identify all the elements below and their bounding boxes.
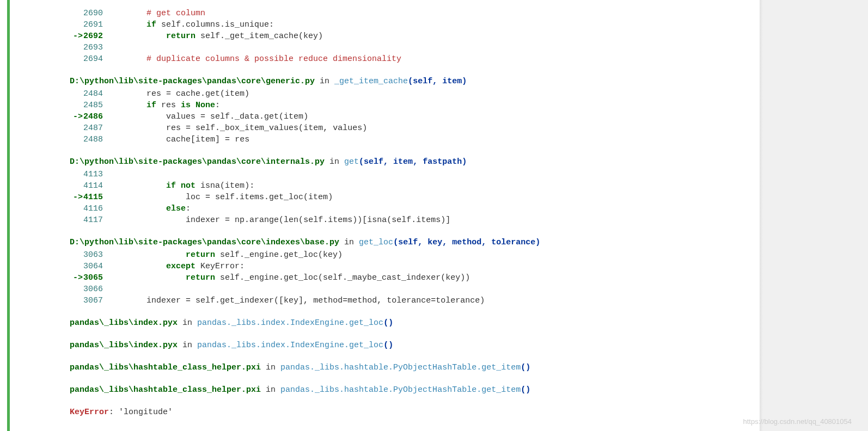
container-shadow [760,0,763,431]
frame-args: (self, key, method, tolerance) [393,238,540,247]
line-number: 2690 [83,8,107,19]
frame-path: D:\python\lib\site-packages\pandas\core\… [70,238,339,247]
code-text: res = cache.get(item) [107,88,749,100]
code-text [107,169,749,180]
code-text: return self._engine.get_loc(key) [107,249,749,261]
code-text: # get column [107,8,749,19]
arrow-indicator [70,134,83,145]
frame-path: D:\python\lib\site-packages\pandas\core\… [70,77,315,86]
code-text: indexer = np.arange(len(self.items))[isn… [107,214,749,226]
simple-frame: pandas\_libs\index.pyx in pandas._libs.i… [70,340,749,351]
line-number: 2488 [83,134,107,145]
code-line: 2690 # get column [70,8,749,19]
code-line: 2691 if self.columns.is_unique: [70,19,749,30]
arrow-indicator: -> [70,272,83,284]
simple-frame: pandas\_libs\index.pyx in pandas._libs.i… [70,317,749,329]
code-line: 2484 res = cache.get(item) [70,88,749,100]
arrow-indicator [70,8,83,19]
arrow-indicator [70,100,83,111]
frame-args: () [521,363,530,372]
arrow-indicator [70,53,83,65]
frame-function[interactable]: get_loc [359,238,393,247]
code-line: 2487 res = self._box_item_values(item, v… [70,122,749,134]
frame-args: () [383,341,393,350]
frame-path: pandas\_libs\index.pyx [70,341,178,350]
in-word: in [339,238,359,247]
arrow-indicator [70,284,83,295]
simple-frame: pandas\_libs\hashtable_class_helper.pxi … [70,384,749,396]
code-text: return self._get_item_cache(key) [107,30,749,42]
code-line: 3063 return self._engine.get_loc(key) [70,249,749,261]
code-line: 2488 cache[item] = res [70,134,749,145]
arrow-indicator [70,180,83,192]
code-line: 3067 indexer = self.get_indexer([key], m… [70,295,749,306]
code-text: if not isna(item): [107,180,749,192]
line-number: 4115 [83,192,107,203]
frame-path: D:\python\lib\site-packages\pandas\core\… [70,157,325,167]
line-number: 3064 [83,261,107,272]
arrow-indicator [70,214,83,226]
in-word: in [178,341,197,350]
code-line: 2694 # duplicate columns & possible redu… [70,53,749,65]
arrow-indicator [70,19,83,30]
code-text: loc = self.items.get_loc(item) [107,192,749,203]
frame-args: (self, item, fastpath) [359,157,467,167]
frame-function[interactable]: pandas._libs.index.IndexEngine.get_loc [197,341,383,350]
arrow-indicator [70,42,83,53]
frame-path: pandas\_libs\index.pyx [70,318,178,328]
code-text: indexer = self.get_indexer([key], method… [107,295,749,306]
code-text: res = self._box_item_values(item, values… [107,122,749,134]
code-text [107,284,749,295]
arrow-indicator [70,249,83,261]
line-number: 4117 [83,214,107,226]
arrow-indicator [70,122,83,134]
code-text: if self.columns.is_unique: [107,19,749,30]
line-number: 2484 [83,88,107,100]
line-number: 3066 [83,284,107,295]
arrow-indicator [70,261,83,272]
arrow-indicator [70,203,83,214]
in-word: in [178,318,197,328]
code-text: return self._engine.get_loc(self._maybe_… [107,272,749,284]
arrow-indicator: -> [70,30,83,42]
in-word: in [315,77,334,86]
line-number: 4114 [83,180,107,192]
frame-path: pandas\_libs\hashtable_class_helper.pxi [70,363,261,372]
code-text: except KeyError: [107,261,749,272]
code-line: ->2486 values = self._data.get(item) [70,111,749,122]
arrow-indicator [70,169,83,180]
simple-frame: pandas\_libs\hashtable_class_helper.pxi … [70,362,749,373]
frame-function[interactable]: get [344,157,359,167]
code-text [107,42,749,53]
frame-function[interactable]: pandas._libs.index.IndexEngine.get_loc [197,318,383,328]
code-line: 4117 indexer = np.arange(len(self.items)… [70,214,749,226]
code-line: ->3065 return self._engine.get_loc(self.… [70,272,749,284]
frame-function[interactable]: pandas._libs.hashtable.PyObjectHashTable… [280,385,521,395]
in-word: in [325,157,344,167]
line-number: 2691 [83,19,107,30]
arrow-indicator [70,295,83,306]
line-number: 2487 [83,122,107,134]
code-line: 4116 else: [70,203,749,214]
frame-path: pandas\_libs\hashtable_class_helper.pxi [70,385,261,395]
traceback-container: 2690 # get column2691 if self.columns.is… [0,0,760,431]
code-line: 3066 [70,284,749,295]
frame-header: D:\python\lib\site-packages\pandas\core\… [70,237,749,248]
output-indicator-bar [7,0,10,431]
in-word: in [261,363,280,372]
line-number: 2486 [83,111,107,122]
line-number: 2693 [83,42,107,53]
line-number: 3063 [83,249,107,261]
code-line: 3064 except KeyError: [70,261,749,272]
traceback-content: 2690 # get column2691 if self.columns.is… [0,0,760,418]
code-text: else: [107,203,749,214]
error-name: KeyError [70,408,109,417]
frame-args: (self, item) [408,77,467,86]
line-number: 3065 [83,272,107,284]
frame-function[interactable]: pandas._libs.hashtable.PyObjectHashTable… [280,363,521,372]
code-text: cache[item] = res [107,134,749,145]
arrow-indicator [70,88,83,100]
frame-function[interactable]: _get_item_cache [334,77,408,86]
frame-header: D:\python\lib\site-packages\pandas\core\… [70,156,749,168]
code-line: 2485 if res is None: [70,100,749,111]
